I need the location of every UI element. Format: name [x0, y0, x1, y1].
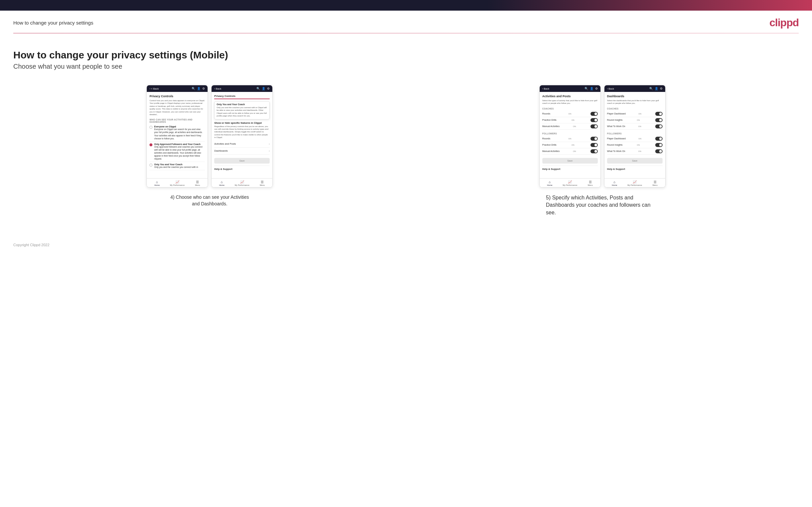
screen1-bottom-nav: ⌂ Home 📈 My Performance ☰ Menu: [147, 178, 208, 187]
footer: Copyright Clippd 2022: [0, 230, 812, 253]
nav-home-2[interactable]: ⌂ Home: [211, 180, 232, 186]
toggle-rounds-coaches: Rounds ON: [542, 111, 598, 117]
nav-performance-2[interactable]: 📈 My Performance: [232, 180, 252, 186]
toggle-drills-coaches-control[interactable]: [591, 118, 598, 122]
profile-icon-4[interactable]: 👤: [655, 87, 658, 90]
save-btn-2[interactable]: Save: [214, 158, 270, 164]
settings-icon-4[interactable]: ⚙: [660, 87, 663, 90]
screen4-nav: ‹ Back 🔍 👤 ⚙: [604, 85, 665, 92]
screen4-title: Dashboards: [607, 95, 663, 98]
toggle-drills-followers-control[interactable]: [591, 143, 598, 147]
nav-menu-1[interactable]: ☰ Menu: [187, 180, 208, 186]
screen2-tab-label[interactable]: Privacy Controls: [214, 95, 236, 98]
nav-home-4[interactable]: ⌂ Home: [604, 180, 625, 186]
screen2-bottom-nav: ⌂ Home 📈 My Performance ☰ Menu: [211, 178, 272, 187]
screen3-icons: 🔍 👤 ⚙: [585, 87, 598, 90]
main-content: How to change your privacy settings (Mob…: [0, 34, 812, 230]
screen3-bottom-nav: ⌂ Home 📈 My Performance ☰ Menu: [540, 178, 601, 187]
screen-4: ‹ Back 🔍 👤 ⚙ Dashboards Select the dashb…: [604, 85, 666, 187]
option-approved[interactable]: Only Approved Followers and Your Coach O…: [149, 142, 205, 162]
nav-performance-4[interactable]: 📈 My Performance: [625, 180, 645, 186]
toggle-rounds-coaches-control[interactable]: [591, 112, 598, 116]
menu-icon-4: ☰: [654, 180, 657, 184]
screen-2: ‹ Back 🔍 👤 ⚙ Privacy Controls: [211, 85, 273, 187]
screenshots-row: ‹ < Back 🔍 👤 ⚙ Privacy Controls Control …: [13, 85, 799, 216]
toggle-manual-followers-control[interactable]: [591, 149, 598, 153]
save-btn-4[interactable]: Save: [607, 158, 663, 164]
save-btn-3[interactable]: Save: [542, 158, 598, 164]
screen3-followers-label: FOLLOWERS: [542, 132, 598, 135]
screen2-body: Privacy Controls Only You and Your Coach…: [211, 92, 272, 178]
nav-menu-2[interactable]: ☰ Menu: [252, 180, 272, 186]
settings-icon-2[interactable]: ⚙: [267, 87, 270, 90]
toggle-manual-coaches: Manual Activities ON: [542, 123, 598, 130]
home-icon-3: ⌂: [549, 180, 551, 184]
toggle-work-on-followers-control[interactable]: [655, 149, 663, 153]
screen2-back[interactable]: ‹ Back: [214, 87, 221, 90]
link-dashboards[interactable]: Dashboards ›: [214, 148, 270, 155]
performance-icon-4: 📈: [633, 180, 637, 184]
radio-only-you[interactable]: [149, 164, 152, 167]
link-activities[interactable]: Activities and Posts ›: [214, 141, 270, 148]
right-group: ‹ Back 🔍 👤 ⚙ Activities and Posts Select…: [406, 85, 799, 216]
screen3-back[interactable]: ‹ Back: [542, 87, 549, 90]
caption-left: 4) Choose who can see your Activities an…: [168, 194, 251, 207]
home-icon-4: ⌂: [613, 180, 615, 184]
chevron-activities: ›: [269, 143, 270, 146]
link-activities-label: Activities and Posts: [214, 143, 236, 145]
nav-menu-3[interactable]: ☰ Menu: [580, 180, 601, 186]
settings-icon-3[interactable]: ⚙: [595, 87, 598, 90]
screens-1-2: ‹ < Back 🔍 👤 ⚙ Privacy Controls Control …: [146, 85, 273, 187]
search-icon[interactable]: 🔍: [192, 87, 195, 90]
toggle-round-insights-coaches-control[interactable]: [655, 118, 663, 122]
toggle-player-dash-coaches-control[interactable]: [655, 112, 663, 116]
settings-icon[interactable]: ⚙: [202, 87, 205, 90]
toggle-player-dash-coaches: Player Dashboard ON: [607, 111, 663, 117]
top-bar: [0, 0, 812, 11]
screen4-back[interactable]: ‹ Back: [607, 87, 614, 90]
screen3-body: Activities and Posts Select the types of…: [540, 92, 601, 178]
home-icon-1: ⌂: [156, 180, 158, 184]
nav-menu-4[interactable]: ☰ Menu: [645, 180, 665, 186]
option-only-you[interactable]: Only You and Your Coach Only you and the…: [149, 162, 205, 170]
performance-icon-2: 📈: [240, 180, 244, 184]
toggle-work-on-coaches-control[interactable]: [655, 124, 663, 128]
toggle-manual-coaches-control[interactable]: [591, 124, 598, 128]
screen4-coaches-label: COACHES: [607, 108, 663, 110]
screen3-nav: ‹ Back 🔍 👤 ⚙: [540, 85, 601, 92]
search-icon-3[interactable]: 🔍: [585, 87, 588, 90]
menu-icon-2: ☰: [261, 180, 264, 184]
toggle-rounds-followers: Rounds ON: [542, 136, 598, 142]
screen2-tab-bar: Privacy Controls: [214, 95, 270, 99]
radio-everyone[interactable]: [149, 126, 152, 129]
nav-performance-3[interactable]: 📈 My Performance: [560, 180, 580, 186]
nav-performance-1[interactable]: 📈 My Performance: [167, 180, 187, 186]
search-icon-4[interactable]: 🔍: [649, 87, 653, 90]
screen1-back[interactable]: ‹ < Back: [149, 87, 159, 90]
profile-icon-2[interactable]: 👤: [262, 87, 265, 90]
search-icon-2[interactable]: 🔍: [256, 87, 260, 90]
screen-3: ‹ Back 🔍 👤 ⚙ Activities and Posts Select…: [539, 85, 601, 187]
toggle-manual-followers: Manual Activities ON: [542, 148, 598, 155]
left-group: ‹ < Back 🔍 👤 ⚙ Privacy Controls Control …: [13, 85, 406, 207]
screen4-bottom-nav: ⌂ Home 📈 My Performance ☰ Menu: [604, 178, 665, 187]
chevron-dashboards: ›: [269, 149, 270, 153]
screen1-title: Privacy Controls: [149, 95, 205, 98]
screen3-desc: Select the types of activity that you'd …: [542, 99, 598, 105]
option-everyone[interactable]: Everyone on Clippd Everyone on Clippd ca…: [149, 124, 205, 142]
toggle-rounds-followers-control[interactable]: [591, 137, 598, 141]
screens-3-4: ‹ Back 🔍 👤 ⚙ Activities and Posts Select…: [539, 85, 666, 187]
nav-home-3[interactable]: ⌂ Home: [540, 180, 560, 186]
toggle-round-insights-coaches: Round Insights ON: [607, 117, 663, 123]
screen2-tooltip: Only You and Your Coach Only you and the…: [214, 101, 270, 119]
toggle-round-insights-followers-control[interactable]: [655, 143, 663, 147]
screen1-body: Privacy Controls Control how you and you…: [147, 92, 208, 178]
profile-icon-3[interactable]: 👤: [590, 87, 594, 90]
help-support-3: Help & Support: [542, 166, 598, 172]
radio-approved[interactable]: [149, 143, 152, 146]
toggle-player-dash-followers-control[interactable]: [655, 137, 663, 141]
nav-home-1[interactable]: ⌂ Home: [147, 180, 167, 186]
toggle-work-on-followers: What To Work On ON: [607, 148, 663, 155]
profile-icon[interactable]: 👤: [197, 87, 201, 90]
screen1-nav: ‹ < Back 🔍 👤 ⚙: [147, 85, 208, 92]
